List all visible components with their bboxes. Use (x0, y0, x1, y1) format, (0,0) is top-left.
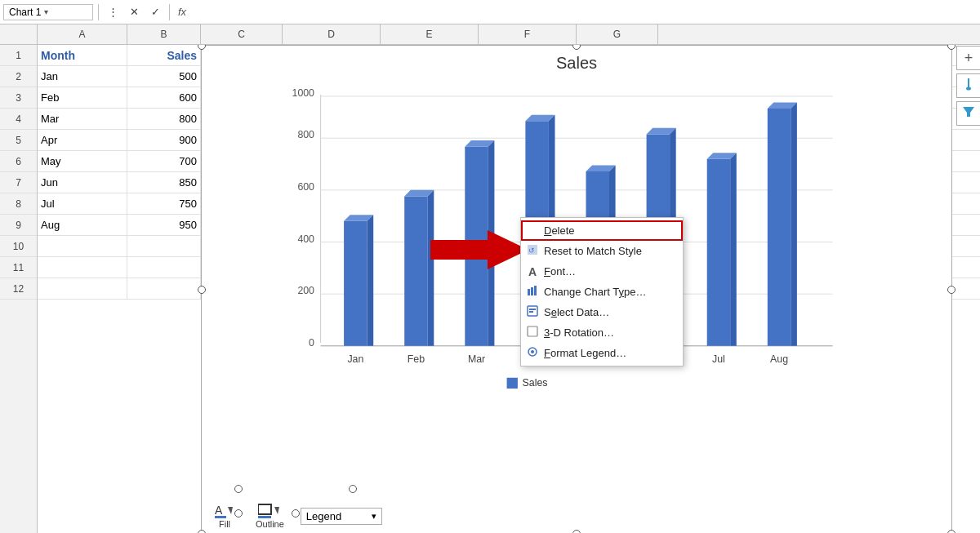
row-num-12[interactable]: 12 (0, 278, 37, 300)
svg-marker-13 (344, 221, 368, 346)
reset-style-label: Reset to Match Style (544, 245, 642, 257)
fill-btn[interactable]: A Fill (210, 501, 239, 531)
svg-marker-41 (768, 109, 791, 346)
row-num-7[interactable]: 7 (0, 172, 37, 193)
chart-container[interactable]: Sales 0 200 400 600 800 (201, 45, 952, 533)
cell-a6[interactable]: May (38, 151, 127, 171)
handle-mr[interactable] (947, 286, 956, 294)
cell-b5[interactable]: 900 (127, 130, 201, 150)
cell-a8[interactable]: Jul (38, 193, 127, 214)
row-num-9[interactable]: 9 (0, 215, 37, 236)
col-header-f[interactable]: F (479, 24, 577, 44)
rotation-label: 3-D Rotation… (544, 326, 614, 339)
change-chart-type-label: Change Chart Type… (544, 286, 647, 298)
handle-br[interactable] (947, 530, 956, 533)
change-chart-type-menu-item[interactable]: Change Chart Type… (521, 282, 683, 302)
cell-b1[interactable]: Sales (127, 45, 201, 65)
svg-rect-65 (258, 504, 271, 514)
cell-b11[interactable] (127, 257, 201, 278)
row-num-4[interactable]: 4 (0, 109, 37, 130)
col-header-d[interactable]: D (283, 24, 381, 44)
cell-a7[interactable]: Jun (38, 172, 127, 193)
handle-ml[interactable] (198, 286, 206, 294)
row-num-8[interactable]: 8 (0, 193, 37, 215)
col-header-b[interactable]: B (127, 24, 201, 44)
col-header-c[interactable]: C (201, 24, 283, 44)
svg-rect-45 (507, 378, 518, 389)
svg-text:800: 800 (297, 129, 314, 140)
cell-a9[interactable]: Aug (38, 215, 127, 235)
chart-filters-btn[interactable] (956, 101, 980, 126)
delete-menu-item[interactable]: Delete (521, 220, 683, 241)
cell-a4[interactable]: Mar (38, 109, 127, 129)
handle-legend-tl[interactable] (234, 485, 243, 493)
row-num-3[interactable]: 3 (0, 87, 37, 109)
cell-b10[interactable] (127, 236, 201, 256)
svg-text:600: 600 (297, 181, 314, 193)
svg-text:Jul: Jul (712, 353, 725, 365)
cell-a10[interactable] (38, 236, 127, 256)
name-box-chevron[interactable]: ▾ (44, 7, 48, 16)
formula-more-btn[interactable]: ⋮ (104, 3, 122, 21)
row-num-1[interactable]: 1 (0, 45, 37, 66)
svg-marker-64 (228, 507, 233, 514)
svg-text:Mar: Mar (468, 353, 485, 365)
svg-rect-63 (215, 516, 226, 518)
cell-b6[interactable]: 700 (127, 151, 201, 171)
row-num-6[interactable]: 6 (0, 151, 37, 172)
svg-text:1000: 1000 (292, 87, 314, 99)
row-num-5[interactable]: 5 (0, 130, 37, 151)
font-label: Font… (544, 265, 576, 278)
cell-b7[interactable]: 850 (127, 172, 201, 193)
handle-bm[interactable] (572, 530, 581, 533)
svg-text:Jan: Jan (347, 353, 363, 365)
cell-a3[interactable]: Feb (38, 87, 127, 108)
3d-rotation-menu-item[interactable]: 3-D Rotation… (521, 322, 683, 343)
cell-a1[interactable]: Month (38, 45, 127, 65)
handle-tm[interactable] (572, 45, 581, 50)
svg-marker-15 (368, 215, 374, 346)
col-header-e[interactable]: E (381, 24, 479, 44)
add-chart-element-btn[interactable]: + (956, 46, 980, 70)
cell-a5[interactable]: Apr (38, 130, 127, 150)
handle-legend-tr[interactable] (349, 485, 357, 493)
fx-label: fx (175, 6, 189, 18)
select-data-menu-item[interactable]: Select Data… (521, 302, 683, 322)
font-menu-item[interactable]: A Font… (521, 261, 683, 282)
row-num-11[interactable]: 11 (0, 257, 37, 278)
formula-divider-2 (169, 4, 170, 20)
formula-confirm-btn[interactable]: ✓ (146, 3, 164, 21)
cell-b9[interactable]: 950 (127, 215, 201, 235)
formula-divider-1 (98, 4, 99, 20)
svg-text:Sales: Sales (523, 377, 548, 389)
cell-b4[interactable]: 800 (127, 109, 201, 129)
plus-icon: + (964, 50, 973, 67)
select-data-label: Select Data… (544, 306, 609, 318)
svg-rect-52 (534, 286, 537, 295)
handle-bl[interactable] (198, 530, 206, 533)
chart-styles-btn[interactable] (956, 73, 980, 98)
row-num-2[interactable]: 2 (0, 66, 37, 87)
col-header-a[interactable]: A (38, 24, 127, 44)
cell-b8[interactable]: 750 (127, 193, 201, 214)
cell-a2[interactable]: Jan (38, 66, 127, 87)
cell-b3[interactable]: 600 (127, 87, 201, 108)
col-header-g[interactable]: G (577, 24, 658, 44)
legend-dropdown[interactable]: Legend ▾ (301, 508, 382, 525)
cell-a11[interactable] (38, 257, 127, 278)
format-legend-menu-item[interactable]: Format Legend… (521, 343, 683, 363)
svg-point-58 (531, 350, 534, 353)
cell-b2[interactable]: 500 (127, 66, 201, 87)
outline-btn[interactable]: Outline (251, 501, 289, 531)
cell-a12[interactable] (38, 278, 127, 299)
name-box-value: Chart 1 (9, 7, 41, 18)
svg-marker-67 (274, 507, 279, 514)
corner-cell (0, 24, 38, 44)
row-num-10[interactable]: 10 (0, 236, 37, 257)
name-box[interactable]: Chart 1 ▾ (3, 4, 93, 20)
reset-style-menu-item[interactable]: ↺ Reset to Match Style (521, 241, 683, 261)
handle-tl[interactable] (198, 45, 206, 50)
cell-b12[interactable] (127, 278, 201, 299)
delete-label: Delete (544, 224, 575, 237)
formula-cancel-btn[interactable]: ✕ (125, 3, 143, 21)
